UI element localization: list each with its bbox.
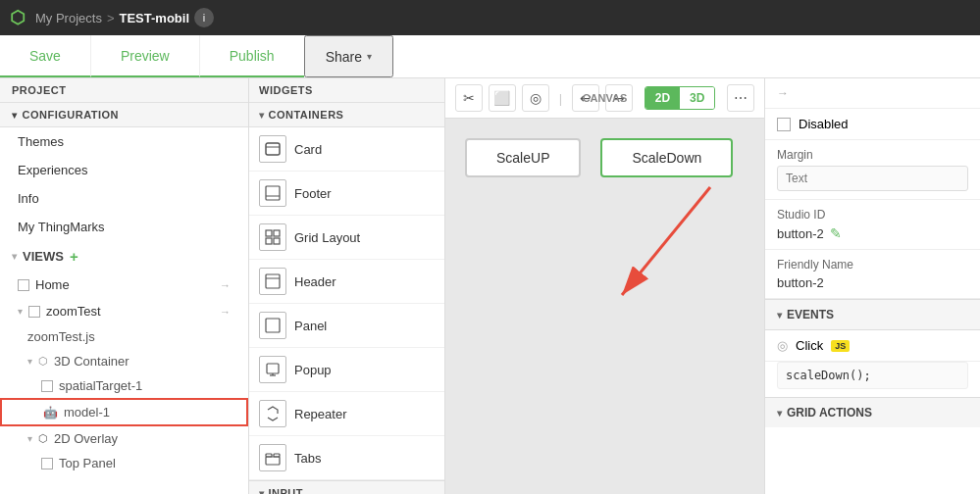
experiences-label: Experiences (18, 163, 88, 177)
right-panel: → Disabled Margin Studio ID button-2 ✎ F… (764, 78, 980, 494)
config-label: CONFIGURATION (23, 109, 120, 121)
canvas: CANVAS ✂ ⬜ ◎ | ↩ ↪ 2D 3D ⋯ ScaleUP Scale… (445, 78, 764, 494)
margin-input[interactable] (777, 166, 968, 191)
model-label: model-1 (64, 405, 110, 420)
canvas-toolbar: CANVAS ✂ ⬜ ◎ | ↩ ↪ 2D 3D ⋯ (445, 78, 764, 119)
2d-overlay-collapse-icon: ▾ (27, 433, 32, 444)
zoom-test-label: zoomTest (46, 304, 101, 319)
repeater-svg (265, 406, 281, 421)
grid-layout-label: Grid Layout (294, 230, 360, 245)
home-page-icon (18, 279, 29, 291)
cut-tool-button[interactable]: ✂ (455, 84, 483, 112)
tabs-icon (259, 444, 286, 471)
grid-actions-header[interactable]: ▾ GRID ACTIONS (765, 397, 980, 427)
target-tool-button[interactable]: ◎ (522, 84, 549, 112)
view-item-zoom-test[interactable]: ▾ zoomTest → (0, 298, 248, 324)
sidebar-item-info[interactable]: Info (0, 184, 248, 213)
svg-line-19 (622, 187, 710, 295)
input-arrow: ▾ (259, 488, 265, 495)
studio-id-edit-icon[interactable]: ✎ (830, 225, 842, 241)
project-section-header: PROJECT (0, 78, 248, 103)
click-event-row[interactable]: ◎ Click JS (765, 330, 980, 362)
popup-icon (259, 356, 286, 383)
sidebar-item-themes[interactable]: Themes (0, 127, 248, 156)
publish-button[interactable]: Publish (199, 35, 304, 77)
panel-svg (265, 318, 281, 333)
view-item-home[interactable]: Home → (0, 272, 248, 298)
scale-up-button[interactable]: ScaleUP (465, 138, 581, 177)
widget-repeater[interactable]: Repeater (249, 392, 444, 436)
spatial-target-icon (41, 380, 53, 392)
widget-panel[interactable]: Panel (249, 304, 444, 348)
configuration-header[interactable]: ▾ CONFIGURATION (0, 103, 248, 127)
widget-grid-layout[interactable]: Grid Layout (249, 216, 444, 260)
containers-header[interactable]: ▾ CONTAINERS (249, 103, 444, 127)
svg-rect-0 (266, 143, 280, 155)
friendly-name-value: button-2 (777, 275, 968, 290)
sidebar-item-2d-overlay[interactable]: ▾ ⬡ 2D Overlay (0, 426, 248, 451)
widget-card[interactable]: Card (249, 127, 444, 172)
sidebar-item-3d-container[interactable]: ▾ ⬡ 3D Container (0, 349, 248, 373)
sidebar-item-my-thing-marks[interactable]: My ThingMarks (0, 213, 248, 241)
my-thing-marks-label: My ThingMarks (18, 220, 105, 234)
save-button[interactable]: Save (0, 35, 90, 77)
sidebar-item-top-panel[interactable]: Top Panel (0, 451, 248, 475)
breadcrumb: My Projects > TEST-mobil i (35, 8, 214, 27)
card-svg (265, 141, 281, 157)
circle-icon: ◎ (777, 338, 788, 353)
3d-view-button[interactable]: 3D (680, 87, 714, 109)
popup-label: Popup (294, 363, 332, 377)
topbar: ⬡ My Projects > TEST-mobil i (0, 0, 980, 35)
tabs-label: Tabs (294, 451, 321, 466)
disabled-checkbox[interactable] (777, 118, 791, 131)
sidebar-item-experiences[interactable]: Experiences (0, 156, 248, 184)
canvas-label: CANVAS (583, 92, 628, 104)
project-label: PROJECT (12, 84, 66, 96)
header-svg (265, 273, 281, 289)
panel-icon (259, 312, 286, 339)
widgets-panel: WIDGETS ▾ CONTAINERS Card Footer Grid La… (249, 78, 445, 494)
widgets-label: WIDGETS (259, 84, 313, 96)
2d-overlay-label: 2D Overlay (54, 431, 118, 446)
top-panel-icon (41, 458, 53, 469)
home-left: Home (18, 277, 70, 292)
share-button[interactable]: Share ▾ (304, 35, 393, 77)
friendly-name-label: Friendly Name (777, 258, 968, 272)
views-header: ▾ VIEWS + (0, 241, 248, 272)
widgets-section-label: WIDGETS (249, 78, 444, 103)
widget-footer[interactable]: Footer (249, 172, 444, 216)
widget-popup[interactable]: Popup (249, 348, 444, 392)
panel-label: Panel (294, 319, 327, 333)
sidebar-item-spatial-target[interactable]: spatialTarget-1 (0, 373, 248, 398)
svg-rect-8 (266, 274, 280, 288)
sidebar-item-model[interactable]: 🤖 model-1 (0, 398, 248, 426)
preview-button[interactable]: Preview (90, 35, 199, 77)
card-icon (259, 135, 286, 163)
views-add-icon[interactable]: + (70, 248, 78, 265)
screen-tool-button[interactable]: ⬜ (489, 84, 516, 112)
share-arrow-icon: ▾ (367, 51, 372, 62)
view-toggle: 2D 3D (645, 86, 715, 110)
right-panel-header: → (765, 78, 980, 109)
grid-actions-arrow-icon: ▾ (777, 408, 782, 419)
widget-tabs[interactable]: Tabs (249, 436, 444, 480)
zoom-test-js-label: zoomTest.js (27, 329, 95, 344)
card-label: Card (294, 142, 322, 157)
friendly-name-section: Friendly Name button-2 (765, 250, 980, 299)
margin-label: Margin (777, 148, 968, 162)
widget-header[interactable]: Header (249, 260, 444, 304)
zoom-test-left: ▾ zoomTest (18, 304, 101, 319)
footer-label: Footer (294, 186, 332, 201)
2d-view-button[interactable]: 2D (645, 87, 680, 109)
scale-down-button[interactable]: ScaleDown (600, 138, 733, 177)
studio-id-value: button-2 ✎ (777, 225, 968, 241)
grid-actions-label: GRID ACTIONS (787, 406, 872, 420)
project-info-icon[interactable]: i (194, 8, 214, 27)
sidebar-item-zoom-test-js[interactable]: zoomTest.js (0, 324, 248, 349)
toolbar: Save Preview Publish Share ▾ (0, 35, 980, 78)
input-section-header[interactable]: ▾ INPUT (249, 480, 444, 494)
more-options-button[interactable]: ⋯ (727, 84, 754, 112)
studio-id-section: Studio ID button-2 ✎ (765, 200, 980, 250)
my-projects-link[interactable]: My Projects (35, 11, 102, 25)
events-header[interactable]: ▾ EVENTS (765, 299, 980, 330)
